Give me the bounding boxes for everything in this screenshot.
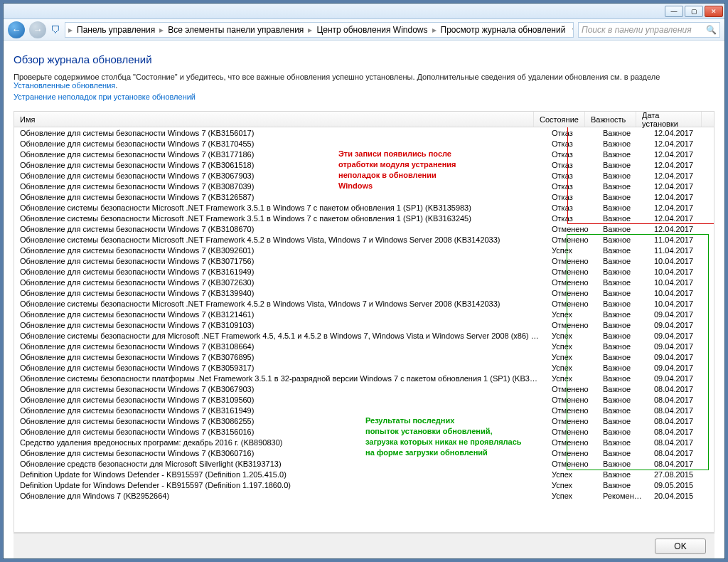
- cell-date: 10.04.2017: [648, 267, 714, 276]
- cell-importance: Важное: [597, 396, 648, 404]
- cell-importance: Важное: [597, 332, 648, 340]
- back-button[interactable]: ←: [8, 21, 25, 38]
- cell-name: Обновление для системы безопасности Wind…: [14, 278, 546, 287]
- breadcrumb-item[interactable]: Все элементы панели управления: [165, 25, 306, 35]
- cell-state: Отказ: [546, 203, 597, 212]
- cell-state: Отменено: [546, 299, 597, 308]
- table-row[interactable]: Обновление системы безопасности платформ…: [14, 373, 714, 383]
- search-input[interactable]: Поиск в панели управления 🔍: [578, 22, 720, 38]
- titlebar: — ▢ ✕: [4, 4, 724, 19]
- cell-importance: Важное: [597, 460, 648, 468]
- table-row[interactable]: Обновление для Windows 7 (KB2952664)Успе…: [14, 490, 714, 501]
- table-row[interactable]: Обновление для системы безопасности Wind…: [14, 426, 714, 437]
- minimize-button[interactable]: —: [665, 6, 683, 17]
- cell-date: 12.04.2017: [648, 182, 714, 191]
- breadcrumb[interactable]: ▸ Панель управления ▸ Все элементы панел…: [65, 22, 574, 38]
- table-row[interactable]: Обновление системы безопасности для Micr…: [14, 330, 714, 341]
- table-row[interactable]: Обновление для системы безопасности Wind…: [14, 447, 714, 458]
- cell-importance: Важное: [597, 257, 648, 265]
- table-row[interactable]: Обновление для системы безопасности Wind…: [14, 341, 714, 351]
- table-body[interactable]: Эти записи появились после отработки мод…: [14, 127, 714, 532]
- breadcrumb-item[interactable]: Центр обновления Windows: [314, 25, 430, 35]
- cell-name: Обновление для системы безопасности Wind…: [14, 182, 546, 191]
- cell-importance: Важное: [597, 182, 648, 191]
- control-panel-icon[interactable]: ⛉: [50, 24, 60, 36]
- table-row[interactable]: Definition Update for Windows Defender -…: [14, 479, 714, 490]
- table-row[interactable]: Обновление системы безопасности Microsof…: [14, 202, 714, 213]
- page-description: Проверьте содержимое столбца "Состояние"…: [14, 73, 714, 90]
- cell-date: 12.04.2017: [648, 225, 714, 233]
- table-row[interactable]: Обновление системы безопасности Microsof…: [14, 298, 714, 309]
- table-row[interactable]: Обновление для системы безопасности Wind…: [14, 191, 714, 202]
- table-row[interactable]: Обновление для системы безопасности Wind…: [14, 319, 714, 330]
- table-row[interactable]: Обновление для системы безопасности Wind…: [14, 415, 714, 426]
- table-row[interactable]: Обновление для системы безопасности Wind…: [14, 287, 714, 298]
- cell-importance: Важное: [597, 161, 648, 169]
- table-row[interactable]: Средство удаления вредоносных программ: …: [14, 437, 714, 447]
- cell-state: Отказ: [546, 161, 597, 169]
- cell-name: Definition Update for Windows Defender -…: [14, 470, 546, 479]
- troubleshoot-link[interactable]: Устранение неполадок при установке обнов…: [14, 92, 196, 101]
- cell-state: Отменено: [546, 235, 597, 244]
- forward-button[interactable]: →: [29, 21, 46, 38]
- cell-state: Отказ: [546, 193, 597, 201]
- cell-date: 08.04.2017: [648, 449, 714, 457]
- cell-name: Обновление для системы безопасности Wind…: [14, 289, 546, 297]
- table-row[interactable]: Обновление средств безопасности для Micr…: [14, 458, 714, 469]
- table-row[interactable]: Обновление для системы безопасности Wind…: [14, 159, 714, 170]
- ok-button[interactable]: OK: [655, 539, 706, 554]
- close-button[interactable]: ✕: [705, 6, 723, 17]
- chevron-right-icon: ▸: [308, 25, 312, 35]
- col-state[interactable]: Состояние: [534, 112, 585, 127]
- table-row[interactable]: Definition Update for Windows Defender -…: [14, 469, 714, 479]
- breadcrumb-item[interactable]: Просмотр журнала обновлений: [438, 25, 569, 35]
- cell-date: 09.04.2017: [648, 321, 714, 329]
- cell-name: Обновление системы безопасности Microsof…: [14, 299, 546, 308]
- breadcrumb-dropdown[interactable]: ▾: [569, 25, 574, 35]
- cell-name: Обновление для системы безопасности Wind…: [14, 193, 546, 201]
- cell-date: 09.04.2017: [648, 332, 714, 340]
- cell-importance: Важное: [597, 225, 648, 233]
- page-title: Обзор журнала обновлений: [14, 53, 714, 65]
- cell-date: 09.04.2017: [648, 364, 714, 372]
- cell-importance: Важное: [597, 278, 648, 287]
- table-row[interactable]: Обновление для системы безопасности Wind…: [14, 394, 714, 405]
- table-row[interactable]: Обновление для системы безопасности Wind…: [14, 405, 714, 415]
- col-date[interactable]: Дата установки: [636, 112, 702, 127]
- cell-state: Отказ: [546, 129, 597, 137]
- table-row[interactable]: Обновление для системы безопасности Wind…: [14, 309, 714, 319]
- table-row[interactable]: Обновление для системы безопасности Wind…: [14, 223, 714, 234]
- cell-name: Обновление для системы безопасности Wind…: [14, 267, 546, 276]
- maximize-button[interactable]: ▢: [685, 6, 703, 17]
- cell-state: Отменено: [546, 257, 597, 265]
- breadcrumb-item[interactable]: Панель управления: [74, 25, 158, 35]
- table-row[interactable]: Обновление для системы безопасности Wind…: [14, 383, 714, 394]
- table-row[interactable]: Обновление для системы безопасности Wind…: [14, 351, 714, 362]
- table-row[interactable]: Обновление для системы безопасности Wind…: [14, 255, 714, 266]
- cell-importance: Важное: [597, 385, 648, 393]
- table-row[interactable]: Обновление для системы безопасности Wind…: [14, 138, 714, 149]
- col-name[interactable]: Имя: [14, 112, 534, 127]
- table-row[interactable]: Обновление для системы безопасности Wind…: [14, 127, 714, 138]
- cell-state: Отменено: [546, 460, 597, 468]
- table-row[interactable]: Обновление для системы безопасности Wind…: [14, 362, 714, 373]
- table-row[interactable]: Обновление системы безопасности Microsof…: [14, 234, 714, 245]
- installed-updates-link[interactable]: Установленные обновления: [14, 81, 115, 90]
- cell-name: Обновление для системы безопасности Wind…: [14, 225, 546, 233]
- search-icon[interactable]: 🔍: [706, 25, 717, 35]
- toolbar: ← → ⛉ ▸ Панель управления ▸ Все элементы…: [4, 19, 724, 41]
- table-row[interactable]: Обновление для системы безопасности Wind…: [14, 266, 714, 277]
- table-row[interactable]: Обновление для системы безопасности Wind…: [14, 245, 714, 255]
- table-row[interactable]: Обновление для системы безопасности Wind…: [14, 277, 714, 287]
- table-row[interactable]: Обновление для системы безопасности Wind…: [14, 170, 714, 181]
- table-row[interactable]: Обновление для системы безопасности Wind…: [14, 181, 714, 191]
- cell-date: 12.04.2017: [648, 203, 714, 212]
- cell-date: 12.04.2017: [648, 214, 714, 223]
- content-area: Обзор журнала обновлений Проверьте содер…: [4, 41, 724, 558]
- table-row[interactable]: Обновление для системы безопасности Wind…: [14, 149, 714, 159]
- table-row[interactable]: Обновление системы безопасности Microsof…: [14, 213, 714, 223]
- cell-date: 12.04.2017: [648, 139, 714, 148]
- col-importance[interactable]: Важность: [585, 112, 636, 127]
- cell-importance: Важное: [597, 299, 648, 308]
- footer: OK: [14, 533, 714, 558]
